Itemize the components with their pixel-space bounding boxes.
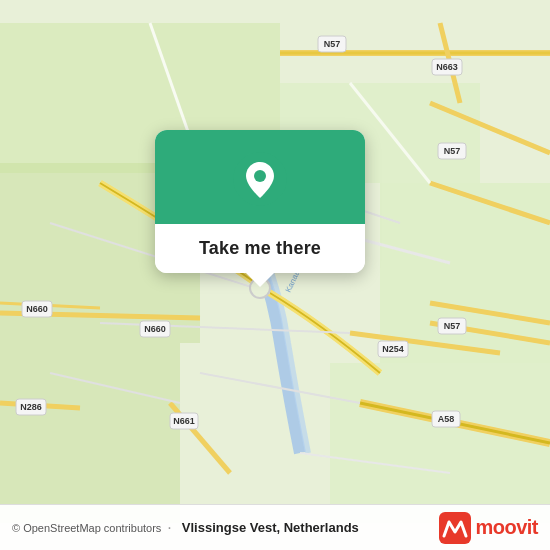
svg-text:N660: N660: [144, 324, 166, 334]
popup-card: Take me there: [155, 130, 365, 273]
svg-text:N57: N57: [444, 321, 461, 331]
svg-rect-6: [330, 363, 550, 523]
moovit-logo: moovit: [439, 512, 538, 544]
svg-text:N57: N57: [444, 146, 461, 156]
svg-text:N254: N254: [382, 344, 404, 354]
map-svg: N57 N663 N57 N57 N660 N660 N254 N286 N66…: [0, 0, 550, 550]
attribution-bar: © OpenStreetMap contributors · Vlissings…: [0, 504, 550, 550]
popup-white-section: Take me there: [155, 224, 365, 273]
svg-text:N286: N286: [20, 402, 42, 412]
popup-tail: [246, 273, 274, 287]
take-me-there-button[interactable]: Take me there: [199, 238, 321, 259]
moovit-text: moovit: [475, 516, 538, 539]
popup-green-section: [155, 130, 365, 224]
moovit-icon: [439, 512, 471, 544]
map-container: N57 N663 N57 N57 N660 N660 N254 N286 N66…: [0, 0, 550, 550]
svg-text:N57: N57: [324, 39, 341, 49]
svg-rect-5: [0, 343, 180, 523]
attribution-text: © OpenStreetMap contributors: [12, 522, 161, 534]
location-pin-icon: [233, 152, 287, 206]
svg-text:N660: N660: [26, 304, 48, 314]
svg-text:A58: A58: [438, 414, 455, 424]
svg-text:N661: N661: [173, 416, 195, 426]
svg-point-30: [254, 170, 266, 182]
svg-rect-4: [380, 183, 550, 363]
svg-rect-31: [439, 512, 471, 544]
location-label: Vlissingse Vest, Netherlands: [182, 520, 359, 535]
svg-text:N663: N663: [436, 62, 458, 72]
